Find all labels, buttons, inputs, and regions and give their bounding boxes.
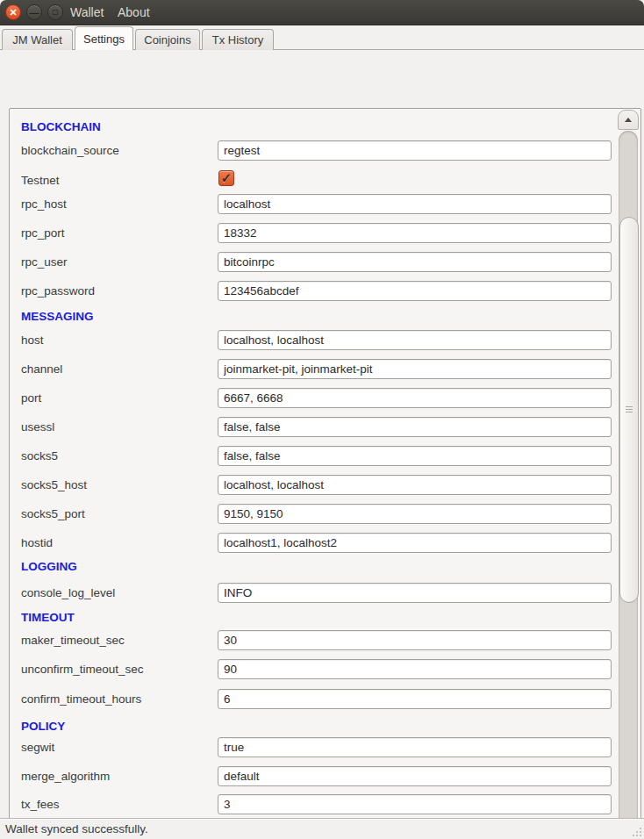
field-input-maker_timeout_sec[interactable]: [218, 630, 612, 650]
settings-scroll-area: BLOCKCHAINblockchain_sourceTestnet✓rpc_h…: [9, 108, 641, 839]
testnet-checkbox[interactable]: ✓: [218, 170, 234, 186]
tab-coinjoins[interactable]: Coinjoins: [135, 29, 200, 50]
field-input-port[interactable]: [218, 388, 612, 408]
field-input-rpc_host[interactable]: [218, 194, 612, 214]
field-label-socks5_host: socks5_host: [21, 475, 87, 495]
field-input-blockchain_source[interactable]: [218, 140, 612, 161]
section-header-logging: LOGGING: [21, 560, 77, 574]
field-label-rpc_password: rpc_password: [21, 281, 95, 301]
field-label-maker_timeout_sec: maker_timeout_sec: [21, 630, 125, 650]
field-input-console_log_level[interactable]: [218, 583, 612, 603]
field-input-usessl[interactable]: [218, 417, 612, 437]
titlebar[interactable]: ✕ — ▢ Wallet About: [0, 0, 644, 25]
settings-form: BLOCKCHAINblockchain_sourceTestnet✓rpc_h…: [10, 109, 619, 839]
field-input-channel[interactable]: [218, 359, 612, 379]
field-label-rpc_user: rpc_user: [21, 252, 68, 272]
field-label-socks5: socks5: [21, 446, 58, 466]
field-label-merge_algorithm: merge_algorithm: [21, 766, 110, 786]
field-input-socks5_port[interactable]: [218, 504, 612, 524]
field-label-blockchain_source: blockchain_source: [21, 140, 119, 161]
field-label-console_log_level: console_log_level: [21, 583, 115, 603]
field-input-tx_fees[interactable]: [218, 794, 612, 814]
field-input-socks5_host[interactable]: [218, 475, 612, 495]
minimize-icon[interactable]: —: [26, 4, 42, 20]
maximize-icon[interactable]: ▢: [47, 4, 63, 20]
field-label-rpc_host: rpc_host: [21, 194, 67, 214]
status-message: Wallet synced successfully.: [5, 819, 148, 839]
status-bar: Wallet synced successfully.: [0, 818, 644, 839]
section-header-blockchain: BLOCKCHAIN: [21, 120, 101, 134]
scrollbar-grip-icon: [626, 406, 633, 407]
settings-pane: BLOCKCHAINblockchain_sourceTestnet✓rpc_h…: [0, 50, 644, 818]
field-input-rpc_port[interactable]: [218, 223, 612, 243]
field-label-confirm_timeout_hours: confirm_timeout_hours: [21, 689, 141, 709]
tab-bar: JM WalletSettingsCoinjoinsTx History: [0, 25, 644, 50]
field-label-tx_fees: tx_fees: [21, 794, 60, 814]
resize-grip[interactable]: [630, 825, 642, 837]
field-input-segwit[interactable]: [218, 737, 612, 757]
field-label-socks5_port: socks5_port: [21, 504, 85, 524]
field-label-port: port: [21, 388, 41, 408]
field-input-rpc_user[interactable]: [218, 252, 612, 272]
section-header-policy: POLICY: [21, 720, 65, 734]
field-input-unconfirm_timeout_sec[interactable]: [218, 659, 612, 679]
field-input-socks5[interactable]: [218, 446, 612, 466]
tab-settings[interactable]: Settings: [75, 26, 133, 50]
field-input-rpc_password[interactable]: [218, 281, 612, 301]
scroll-up-button[interactable]: [618, 110, 639, 130]
field-input-confirm_timeout_hours[interactable]: [218, 689, 612, 709]
section-header-timeout: TIMEOUT: [21, 611, 75, 625]
vertical-scrollbar[interactable]: [618, 110, 639, 839]
field-label-unconfirm_timeout_sec: unconfirm_timeout_sec: [21, 659, 144, 679]
field-input-hostid[interactable]: [218, 533, 612, 553]
scrollbar-track[interactable]: [619, 131, 638, 839]
field-label-segwit: segwit: [21, 737, 54, 757]
field-label-usessl: usessl: [21, 417, 54, 437]
field-label-host: host: [21, 330, 44, 350]
menu-about[interactable]: About: [112, 0, 155, 25]
tab-tx-history[interactable]: Tx History: [202, 29, 274, 50]
field-label-channel: channel: [21, 359, 62, 379]
scrollbar-thumb[interactable]: [619, 217, 639, 603]
checkmark-icon: ✓: [221, 171, 233, 184]
close-icon[interactable]: ✕: [5, 4, 21, 20]
field-input-merge_algorithm[interactable]: [218, 766, 612, 786]
scroll-up-icon: [625, 118, 632, 122]
field-label-hostid: hostid: [21, 533, 53, 553]
field-label-rpc_port: rpc_port: [21, 223, 65, 243]
section-header-messaging: MESSAGING: [21, 310, 94, 324]
field-label-testnet: Testnet: [21, 170, 60, 190]
wallet-window: ✕ — ▢ Wallet About JM WalletSettingsCoin…: [0, 0, 644, 839]
menu-wallet[interactable]: Wallet: [65, 0, 109, 25]
tab-jm-wallet[interactable]: JM Wallet: [2, 29, 73, 50]
field-input-host[interactable]: [218, 330, 612, 350]
